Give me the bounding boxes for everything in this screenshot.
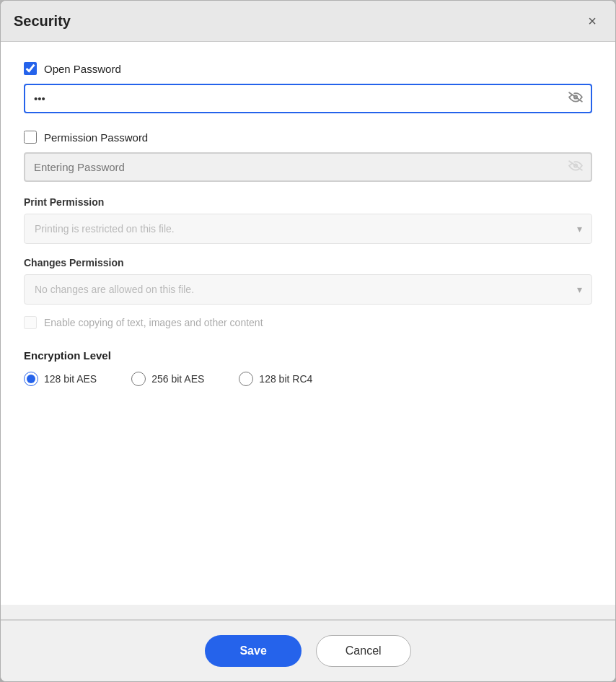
dialog-header: Security × <box>1 1 615 42</box>
print-permission-dropdown-wrapper: Printing is restricted on this file. ▾ <box>24 214 592 244</box>
dialog-footer: Save Cancel <box>1 620 615 681</box>
copy-content-label: Enable copying of text, images and other… <box>44 317 263 328</box>
permission-password-section: Permission Password Print Permissi <box>24 131 592 329</box>
encryption-256aes-item: 256 bit AES <box>131 372 204 386</box>
dialog-body: Open Password Permission Pa <box>1 42 615 605</box>
encryption-128rc4-radio[interactable] <box>239 372 253 386</box>
permission-password-field-wrapper <box>24 152 592 182</box>
encryption-radio-group: 128 bit AES 256 bit AES 128 bit RC4 <box>24 372 592 386</box>
dialog-title: Security <box>14 13 71 30</box>
permission-password-eye-icon <box>568 159 584 175</box>
encryption-128rc4-item: 128 bit RC4 <box>239 372 312 386</box>
permission-sub-section: Print Permission Printing is restricted … <box>24 196 592 329</box>
print-permission-dropdown[interactable]: Printing is restricted on this file. <box>24 214 592 244</box>
encryption-128aes-radio[interactable] <box>24 372 38 386</box>
cancel-button[interactable]: Cancel <box>316 635 411 667</box>
permission-password-checkbox-row: Permission Password <box>24 131 592 144</box>
open-password-label: Open Password <box>44 63 121 75</box>
open-password-section: Open Password <box>24 62 592 113</box>
changes-permission-group: Changes Permission No changes are allowe… <box>24 257 592 305</box>
encryption-level-title: Encryption Level <box>24 349 592 362</box>
open-password-checkbox[interactable] <box>24 62 37 75</box>
open-password-input[interactable] <box>24 84 592 113</box>
encryption-128rc4-label: 128 bit RC4 <box>259 373 312 385</box>
encryption-256aes-radio[interactable] <box>131 372 146 386</box>
close-button[interactable]: × <box>582 11 602 31</box>
open-password-field-wrapper <box>24 84 592 113</box>
permission-password-label: Permission Password <box>44 131 148 144</box>
encryption-128aes-item: 128 bit AES <box>24 372 97 386</box>
changes-permission-label: Changes Permission <box>24 257 592 268</box>
encryption-256aes-label: 256 bit AES <box>151 373 204 385</box>
permission-password-checkbox[interactable] <box>24 131 37 144</box>
copy-content-row: Enable copying of text, images and other… <box>24 316 592 329</box>
print-permission-label: Print Permission <box>24 196 592 208</box>
print-permission-group: Print Permission Printing is restricted … <box>24 196 592 244</box>
copy-content-checkbox[interactable] <box>24 316 37 329</box>
security-dialog: Security × Open Password <box>0 0 616 682</box>
changes-permission-dropdown-wrapper: No changes are allowed on this file. ▾ <box>24 274 592 305</box>
encryption-128aes-label: 128 bit AES <box>44 373 97 385</box>
open-password-checkbox-row: Open Password <box>24 62 592 75</box>
changes-permission-dropdown[interactable]: No changes are allowed on this file. <box>24 274 592 305</box>
encryption-level-section: Encryption Level 128 bit AES 256 bit AES… <box>24 346 592 386</box>
open-password-eye-icon[interactable] <box>568 91 584 106</box>
save-button[interactable]: Save <box>205 635 301 667</box>
permission-password-input[interactable] <box>24 152 592 182</box>
